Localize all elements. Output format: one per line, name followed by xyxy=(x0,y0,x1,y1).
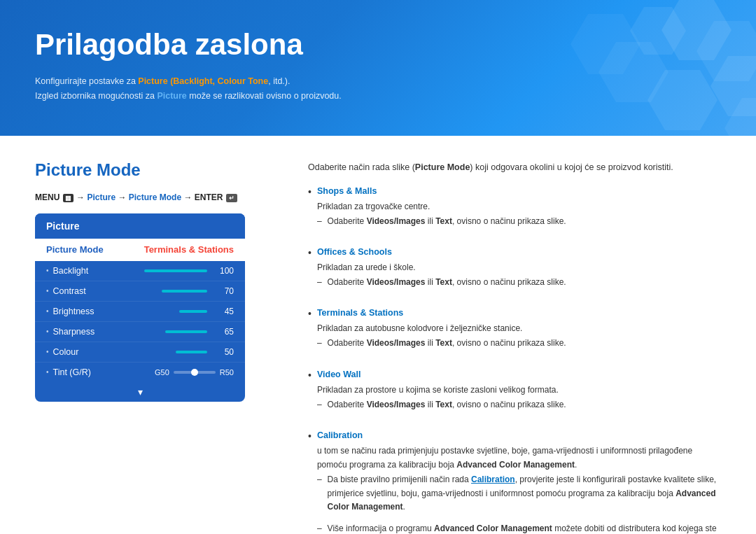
sharpness-slider[interactable] xyxy=(165,330,207,333)
item-terminals: Terminals & Stations Prikladan za autobu… xyxy=(317,306,721,358)
brightness-label: Brightness xyxy=(53,307,179,316)
svg-marker-7 xyxy=(724,98,756,136)
calibration-sub1: Da biste pravilno primijenili način rada… xyxy=(328,473,721,514)
videowall-sublist: – Odaberite Videos/Images ili Text, ovis… xyxy=(317,398,721,412)
terminals-sublist: – Odaberite Videos/Images ili Text, ovis… xyxy=(317,337,721,350)
dot-icon: • xyxy=(46,287,49,295)
desc-line1-prefix: Konfigurirajte postavke za xyxy=(35,76,138,86)
menu-icon: ▦ xyxy=(63,194,74,202)
item-offices-title: Offices & Schools xyxy=(317,245,721,259)
tint-thumb xyxy=(191,369,198,376)
right-column: Odaberite način rada slike (Picture Mode… xyxy=(308,160,721,535)
calibration-sublist: – Da biste pravilno primijenili način ra… xyxy=(317,473,721,534)
dash-icon: – xyxy=(317,473,322,486)
list-item: • Offices & Schools Prikladan za urede i… xyxy=(308,245,721,297)
setting-sharpness[interactable]: • Sharpness 65 xyxy=(35,322,245,342)
colour-slider[interactable] xyxy=(176,351,207,353)
enter-label: ENTER xyxy=(195,192,223,202)
items-list: • Shops & Malls Prikladan za trgovačke c… xyxy=(308,184,721,535)
backlight-label: Backlight xyxy=(53,266,144,276)
tint-right-value: R50 xyxy=(220,368,234,377)
item-shops-desc: Prikladan za trgovačke centre. xyxy=(317,202,430,211)
dash-icon: – xyxy=(317,398,322,412)
sub-list-item: – Da biste pravilno primijenili način ra… xyxy=(317,473,721,514)
backlight-slider[interactable] xyxy=(144,269,207,272)
sharpness-label: Sharpness xyxy=(53,327,165,337)
setting-tint[interactable]: • Tint (G/R) G50 R50 xyxy=(35,363,245,382)
tint-left-value: G50 xyxy=(155,368,169,377)
dash-icon: – xyxy=(317,276,322,289)
list-item: • Terminals & Stations Prikladan za auto… xyxy=(308,306,721,358)
dot-icon: • xyxy=(46,368,49,376)
page-header: Prilagodba zaslona Konfigurirajte postav… xyxy=(0,0,756,136)
menu-label: MENU xyxy=(35,192,59,202)
tint-label: Tint (G/R) xyxy=(53,367,155,377)
item-shops: Shops & Malls Prikladan za trgovačke cen… xyxy=(317,184,721,237)
colour-value: 50 xyxy=(214,347,234,357)
enter-icon: ↵ xyxy=(226,194,237,202)
arrow3: → xyxy=(183,192,194,202)
sub-list-item: – Odaberite Videos/Images ili Text, ovis… xyxy=(317,398,721,412)
panel-mode-label: Picture Mode xyxy=(46,244,104,255)
list-item: • Calibration u tom se načinu rada primj… xyxy=(308,428,721,534)
panel-selected-row[interactable]: Picture Mode Terminals & Stations xyxy=(35,239,245,261)
item-calibration-desc: u tom se načinu rada primjenjuju postavk… xyxy=(317,446,692,470)
panel-mode-value: Terminals & Stations xyxy=(144,244,234,255)
shops-sub-text: Odaberite Videos/Images ili Text, ovisno… xyxy=(328,215,566,228)
panel-header: Picture xyxy=(35,213,245,239)
bullet-icon: • xyxy=(308,367,312,383)
dot-icon: • xyxy=(46,267,49,274)
left-column: Picture Mode MENU ▦ → Picture → Picture … xyxy=(35,160,273,535)
item-calibration: Calibration u tom se načinu rada primjen… xyxy=(317,428,721,534)
item-videowall-desc: Prikladan za prostore u kojima se korist… xyxy=(317,385,559,395)
tint-bar[interactable] xyxy=(174,371,216,374)
setting-backlight[interactable]: • Backlight 100 xyxy=(35,261,245,281)
dash-icon: – xyxy=(317,337,322,350)
item-offices-desc: Prikladan za urede i škole. xyxy=(317,262,416,272)
contrast-slider[interactable] xyxy=(162,290,207,293)
sub-list-item: – Odaberite Videos/Images ili Text, ovis… xyxy=(317,276,721,289)
sub-list-item: – Odaberite Videos/Images ili Text, ovis… xyxy=(317,337,721,350)
offices-sub-text: Odaberite Videos/Images ili Text, ovisno… xyxy=(328,276,566,289)
colour-label: Colour xyxy=(53,347,176,357)
item-videowall: Video Wall Prikladan za prostore u kojim… xyxy=(317,367,721,420)
setting-brightness[interactable]: • Brightness 45 xyxy=(35,302,245,322)
arrow2: → xyxy=(118,192,128,202)
desc-line2-suffix: može se razlikovati ovisno o proizvodu. xyxy=(187,91,342,101)
item-offices: Offices & Schools Prikladan za urede i š… xyxy=(317,245,721,297)
bullet-icon: • xyxy=(308,184,312,199)
terminals-sub-text: Odaberite Videos/Images ili Text, ovisno… xyxy=(328,337,566,350)
contrast-value: 70 xyxy=(214,286,234,296)
setting-contrast[interactable]: • Contrast 70 xyxy=(35,281,245,302)
bullet-icon: • xyxy=(308,245,312,260)
desc-highlight-orange: Picture (Backlight, Colour Tone xyxy=(138,76,268,86)
dot-icon: • xyxy=(46,307,49,315)
sub-list-item: – Više informacija o programu Advanced C… xyxy=(317,522,721,534)
dash-icon: – xyxy=(317,215,322,228)
shops-sublist: – Odaberite Videos/Images ili Text, ovis… xyxy=(317,215,721,228)
menu-picture: Picture xyxy=(87,192,115,202)
desc-highlight-blue: Picture xyxy=(157,91,186,101)
backlight-value: 100 xyxy=(214,266,234,276)
tint-slider-group: G50 R50 xyxy=(155,368,234,377)
panel-chevron[interactable]: ▾ xyxy=(35,382,245,402)
desc-line2-prefix: Izgled izbornika mogućnosti za xyxy=(35,91,157,101)
header-decoration xyxy=(420,0,756,136)
sub-list-item: – Odaberite Videos/Images ili Text, ovis… xyxy=(317,215,721,228)
list-item: • Shops & Malls Prikladan za trgovačke c… xyxy=(308,184,721,237)
item-shops-title: Shops & Malls xyxy=(317,184,721,198)
menu-picture-mode: Picture Mode xyxy=(129,192,181,202)
brightness-slider[interactable] xyxy=(179,310,207,313)
menu-path: MENU ▦ → Picture → Picture Mode → ENTER … xyxy=(35,192,273,202)
sharpness-value: 65 xyxy=(214,327,234,337)
dot-icon: • xyxy=(46,328,49,335)
setting-colour[interactable]: • Colour 50 xyxy=(35,342,245,363)
contrast-label: Contrast xyxy=(53,286,162,296)
header-description: Konfigurirajte postavke za Picture (Back… xyxy=(35,74,721,104)
videowall-sub-text: Odaberite Videos/Images ili Text, ovisno… xyxy=(328,398,566,412)
item-terminals-desc: Prikladan za autobusne kolodvore i želje… xyxy=(317,323,523,333)
bullet-icon: • xyxy=(308,428,312,444)
dash-icon: – xyxy=(317,522,322,534)
brightness-value: 45 xyxy=(214,307,234,316)
dot-icon: • xyxy=(46,348,49,356)
